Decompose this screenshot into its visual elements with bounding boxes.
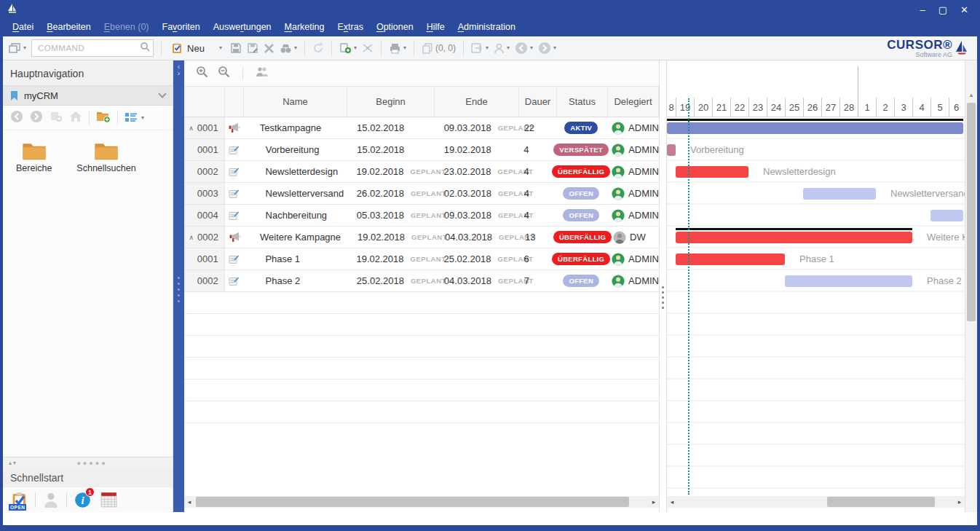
- table-row[interactable]: ∧0001Testkampagne15.02.201809.03.2018GEP…: [184, 117, 659, 139]
- table-row[interactable]: ∧0002Weitere Kampagne19.02.2018GEPLANT04…: [184, 227, 659, 248]
- contact-person-button[interactable]: [40, 492, 62, 508]
- menu-hilfe[interactable]: Hilfe: [420, 20, 451, 36]
- table-row[interactable]: 0002Phase 225.02.2018GEPLANT04.03.2018GE…: [184, 270, 659, 292]
- maximize-button[interactable]: ▢: [938, 0, 947, 20]
- scroll-left-icon[interactable]: ◂: [184, 496, 194, 508]
- gantt-bar[interactable]: [785, 275, 912, 287]
- menu-marketing[interactable]: Marketing: [278, 20, 331, 36]
- drag-handle[interactable]: [662, 286, 664, 309]
- user-actions-button[interactable]: ▾: [494, 43, 510, 54]
- gantt-day-19: 19: [676, 98, 694, 117]
- menu-optionen[interactable]: Optionen: [370, 20, 420, 36]
- scroll-right-icon[interactable]: ▸: [649, 496, 659, 508]
- scroll-thumb[interactable]: [967, 103, 976, 321]
- scroll-right-icon[interactable]: ▸: [955, 496, 965, 508]
- command-input[interactable]: [38, 44, 140, 52]
- chevron-down-icon[interactable]: ▾: [294, 45, 297, 51]
- menu-favoriten[interactable]: Favoriten: [156, 20, 207, 36]
- resources-button[interactable]: [256, 66, 269, 80]
- print-button[interactable]: ▾: [389, 43, 406, 54]
- chevron-down-icon[interactable]: ▾: [507, 45, 510, 51]
- chevron-down-icon[interactable]: ▾: [530, 45, 533, 51]
- table-row[interactable]: 0001Vorbereitung15.02.201819.02.20184VER…: [184, 139, 659, 161]
- gantt-bar[interactable]: [667, 144, 676, 156]
- menu-bearbeiten[interactable]: Bearbeiten: [40, 20, 97, 36]
- gantt-bar[interactable]: [930, 210, 963, 221]
- chevron-down-icon[interactable]: ▾: [403, 45, 406, 51]
- chevron-down-icon[interactable]: ▾: [354, 45, 357, 51]
- collapse-icon[interactable]: ∧: [189, 234, 194, 241]
- column-header-delegiert[interactable]: Delegiert: [608, 87, 659, 117]
- nav-back-button[interactable]: ▾: [515, 42, 533, 55]
- nav-back-button[interactable]: [10, 110, 23, 126]
- open-tasks-button[interactable]: OPEN: [9, 492, 31, 508]
- table-row[interactable]: 0001Phase 119.02.2018GEPLANT25.02.2018GE…: [184, 248, 659, 270]
- copies-count: (0, 0): [435, 43, 456, 53]
- copy-add-button[interactable]: ▾: [339, 42, 357, 54]
- nav-forward-button[interactable]: [30, 110, 43, 126]
- scroll-thumb[interactable]: [196, 497, 629, 507]
- window-list-button[interactable]: ▾: [9, 43, 26, 54]
- save-button[interactable]: [230, 42, 242, 54]
- gantt-bar[interactable]: [676, 166, 748, 178]
- gantt-hscrollbar[interactable]: ◂ ▸: [667, 496, 965, 508]
- delete-button[interactable]: [264, 43, 274, 54]
- column-header-ende[interactable]: Ende: [435, 87, 519, 117]
- column-header-name[interactable]: Name: [244, 87, 347, 117]
- collapse-down-icon[interactable]: ▾: [13, 460, 16, 466]
- table-hscrollbar[interactable]: ◂ ▸: [184, 496, 659, 508]
- view-mode-button[interactable]: ▾: [125, 112, 144, 123]
- close-button[interactable]: ✕: [960, 0, 968, 20]
- refresh-button[interactable]: [312, 42, 324, 54]
- collapse-right-icon[interactable]: ›: [178, 70, 180, 76]
- collapse-up-icon[interactable]: ▴: [9, 460, 12, 466]
- menu-extras[interactable]: Extras: [331, 20, 369, 36]
- menu-datei[interactable]: Datei: [6, 20, 40, 36]
- column-header-beginn[interactable]: Beginn: [347, 87, 435, 117]
- command-search-icon[interactable]: [140, 42, 150, 55]
- copy-level-button[interactable]: [50, 111, 63, 125]
- menu-administration[interactable]: Administration: [451, 20, 522, 36]
- gantt-bar[interactable]: [803, 188, 876, 200]
- zoom-in-button[interactable]: [196, 66, 208, 81]
- home-button[interactable]: [69, 111, 82, 125]
- scroll-thumb[interactable]: [827, 497, 935, 507]
- table-row[interactable]: 0003Newsletterversand26.02.2018GEPLANT02…: [184, 183, 659, 205]
- chevron-down-icon[interactable]: ▾: [553, 45, 556, 51]
- row-ende: 23.02.2018GEPLANT: [433, 166, 518, 177]
- column-header-dauer[interactable]: Dauer: [519, 87, 557, 117]
- menu-ebenen-0[interactable]: Ebenen (0): [98, 20, 156, 36]
- chevron-down-icon[interactable]: ▾: [486, 45, 489, 51]
- gantt-bar[interactable]: [667, 122, 963, 134]
- gantt-bar[interactable]: [676, 232, 912, 243]
- info-button[interactable]: i 1: [71, 492, 93, 508]
- merge-button[interactable]: [362, 43, 374, 53]
- new-record-button[interactable]: Neu ▾: [169, 41, 225, 55]
- calendar-button[interactable]: [98, 492, 119, 508]
- column-header-status[interactable]: Status: [557, 87, 608, 117]
- chevron-down-icon[interactable]: ▾: [219, 45, 222, 51]
- main-splitter[interactable]: ‹ ›: [173, 60, 184, 512]
- gantt-bar[interactable]: [676, 253, 785, 265]
- add-folder-button[interactable]: [96, 110, 111, 126]
- minimize-button[interactable]: –: [920, 0, 925, 20]
- zoom-out-button[interactable]: [218, 66, 230, 81]
- export-button[interactable]: ▾: [471, 43, 489, 54]
- drag-handle[interactable]: [178, 277, 180, 302]
- folder-bereiche[interactable]: Bereiche: [16, 141, 52, 173]
- sidebar-splitter[interactable]: ▴ ▾ ●●●●●: [3, 457, 173, 468]
- table-gantt-splitter[interactable]: [659, 60, 667, 512]
- collapse-icon[interactable]: ∧: [189, 125, 194, 132]
- save-all-button[interactable]: [247, 42, 258, 54]
- gantt-vscrollbar[interactable]: ▴: [965, 60, 977, 512]
- workspace-selector[interactable]: myCRM: [3, 85, 173, 106]
- folder-schnellsuchen[interactable]: Schnellsuchen: [76, 141, 135, 173]
- table-row[interactable]: 0002Newsletterdesign19.02.2018GEPLANT23.…: [184, 161, 659, 183]
- table-row[interactable]: 0004Nachbereitung05.03.2018GEPLANT09.03.…: [184, 205, 659, 227]
- drag-handle[interactable]: ●●●●●: [17, 460, 167, 467]
- menu-auswertungen[interactable]: Auswertungen: [207, 20, 278, 36]
- nav-forward-button[interactable]: ▾: [538, 42, 556, 55]
- search-button[interactable]: ▾: [280, 43, 297, 54]
- scroll-up-icon[interactable]: ▴: [965, 91, 977, 98]
- scroll-left-icon[interactable]: ◂: [667, 496, 677, 508]
